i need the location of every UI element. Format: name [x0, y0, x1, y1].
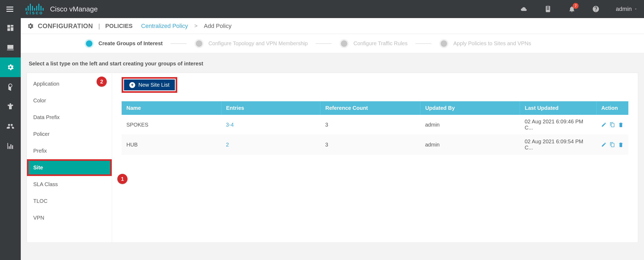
topbar-right: 7 admin: [520, 5, 638, 13]
annotation-marker-2: 2: [97, 77, 107, 87]
wizard-step-4[interactable]: Apply Policies to Sites and VPNs: [439, 39, 531, 48]
list-type-sidebar: Application Color Data Prefix Policer Pr…: [27, 73, 112, 242]
sidebar: [0, 18, 21, 260]
notification-badge: 7: [573, 3, 579, 9]
list-type-policer[interactable]: Policer: [27, 126, 112, 142]
cell-reference-count: 3: [320, 115, 420, 135]
site-list-table: Name Entries Reference Count Updated By …: [122, 101, 628, 155]
edit-icon[interactable]: [601, 122, 606, 127]
sidebar-item-tools[interactable]: [0, 77, 21, 97]
th-entries[interactable]: Entries: [221, 101, 320, 115]
main-panel: Application Color Data Prefix Policer Pr…: [27, 73, 638, 243]
user-menu[interactable]: admin: [616, 6, 638, 12]
list-type-data-prefix[interactable]: Data Prefix: [27, 109, 112, 126]
sidebar-item-maintenance[interactable]: [0, 97, 21, 116]
menu-toggle-button[interactable]: [6, 5, 15, 13]
content-area: Select a list type on the left and start…: [21, 53, 644, 260]
cell-entries: 3-4: [221, 115, 320, 135]
wizard-connector: [415, 43, 431, 44]
plus-icon: +: [129, 82, 135, 88]
cell-updated-by: admin: [420, 115, 520, 135]
breadcrumb-bar: CONFIGURATION | POLICIES Centralized Pol…: [21, 18, 644, 34]
user-name-label: admin: [616, 6, 632, 12]
list-type-vpn[interactable]: VPN: [27, 209, 112, 226]
th-last-updated[interactable]: Last Updated: [520, 101, 596, 115]
sidebar-item-dashboard[interactable]: [0, 18, 21, 38]
topbar: cisco Cisco vManage 7 admin: [0, 0, 644, 18]
breadcrumb-current: Add Policy: [204, 23, 232, 30]
cell-action: [596, 115, 628, 135]
detail-pane: 2 + New Site List Name Entries Reference…: [112, 73, 638, 242]
list-type-site[interactable]: Site: [27, 159, 112, 176]
breadcrumb-separator: >: [194, 23, 197, 29]
instruction-text: Select a list type on the left and start…: [29, 61, 638, 67]
table-header: Name Entries Reference Count Updated By …: [122, 101, 628, 115]
product-name: Cisco vManage: [50, 5, 98, 13]
list-type-tloc[interactable]: TLOC: [27, 193, 112, 209]
cloud-icon[interactable]: [520, 5, 528, 13]
new-button-label: New Site List: [138, 82, 170, 88]
cell-name: HUB: [122, 135, 221, 155]
cell-last-updated: 02 Aug 2021 6:09:54 PM C...: [520, 135, 596, 155]
sidebar-item-configuration[interactable]: [0, 57, 21, 77]
brand-logo: cisco Cisco vManage: [26, 3, 98, 16]
site-list-table-wrap: Name Entries Reference Count Updated By …: [122, 101, 628, 155]
list-type-sla-class[interactable]: SLA Class: [27, 176, 112, 193]
step-label: Configure Traffic Rules: [353, 40, 407, 47]
cell-last-updated: 02 Aug 2021 6:09:46 PM C...: [520, 115, 596, 135]
table-row[interactable]: HUB 2 3 admin 02 Aug 2021 6:09:54 PM C..…: [122, 135, 628, 155]
th-reference-count[interactable]: Reference Count: [320, 101, 420, 115]
breadcrumb-subsection: POLICIES: [105, 23, 133, 30]
th-updated-by[interactable]: Updated By: [420, 101, 520, 115]
help-icon[interactable]: [592, 5, 600, 13]
breadcrumb-section: CONFIGURATION: [38, 22, 93, 30]
th-name[interactable]: Name: [122, 101, 221, 115]
cell-entries: 2: [221, 135, 320, 155]
wizard-step-3[interactable]: Configure Traffic Rules: [340, 39, 407, 48]
step-circle-icon: [340, 39, 349, 48]
chevron-down-icon: [634, 7, 638, 11]
wizard-step-2[interactable]: Configure Topology and VPN Membership: [195, 39, 308, 48]
edit-icon[interactable]: [601, 142, 606, 147]
cell-name: SPOKES: [122, 115, 221, 135]
wizard-connector: [316, 43, 332, 44]
entries-link[interactable]: 2: [226, 142, 229, 148]
sidebar-item-administration[interactable]: [0, 116, 21, 136]
cell-updated-by: admin: [420, 135, 520, 155]
step-circle-icon: [439, 39, 448, 48]
breadcrumb-link[interactable]: Centralized Policy: [141, 23, 188, 30]
list-type-color[interactable]: Color: [27, 92, 112, 109]
cisco-bars-icon: [26, 3, 44, 11]
brand-text: cisco: [26, 10, 43, 16]
gear-icon: [27, 22, 34, 30]
sidebar-item-monitor[interactable]: [0, 38, 21, 57]
delete-icon[interactable]: [618, 122, 624, 127]
delete-icon[interactable]: [618, 142, 624, 147]
copy-icon[interactable]: [610, 142, 615, 147]
separator: |: [98, 22, 100, 30]
step-label: Create Groups of Interest: [98, 40, 163, 47]
cell-action: [596, 135, 628, 155]
copy-icon[interactable]: [610, 122, 615, 127]
new-button-highlight: + New Site List: [122, 77, 177, 93]
step-label: Configure Topology and VPN Membership: [208, 40, 308, 47]
step-label: Apply Policies to Sites and VPNs: [453, 40, 531, 47]
table-row[interactable]: SPOKES 3-4 3 admin 02 Aug 2021 6:09:46 P…: [122, 115, 628, 135]
wizard-steps: Create Groups of Interest Configure Topo…: [21, 34, 644, 53]
cell-reference-count: 3: [320, 135, 420, 155]
entries-link[interactable]: 3-4: [226, 122, 234, 128]
wizard-step-1[interactable]: Create Groups of Interest: [85, 39, 163, 48]
list-type-prefix[interactable]: Prefix: [27, 142, 112, 159]
th-action[interactable]: Action: [596, 101, 628, 115]
notifications-icon[interactable]: 7: [568, 5, 576, 13]
step-circle-icon: [85, 39, 94, 48]
sidebar-item-analytics[interactable]: [0, 136, 21, 156]
tasks-icon[interactable]: [544, 5, 552, 13]
wizard-connector: [171, 43, 187, 44]
step-circle-icon: [195, 39, 204, 48]
new-site-list-button[interactable]: + New Site List: [124, 79, 175, 90]
